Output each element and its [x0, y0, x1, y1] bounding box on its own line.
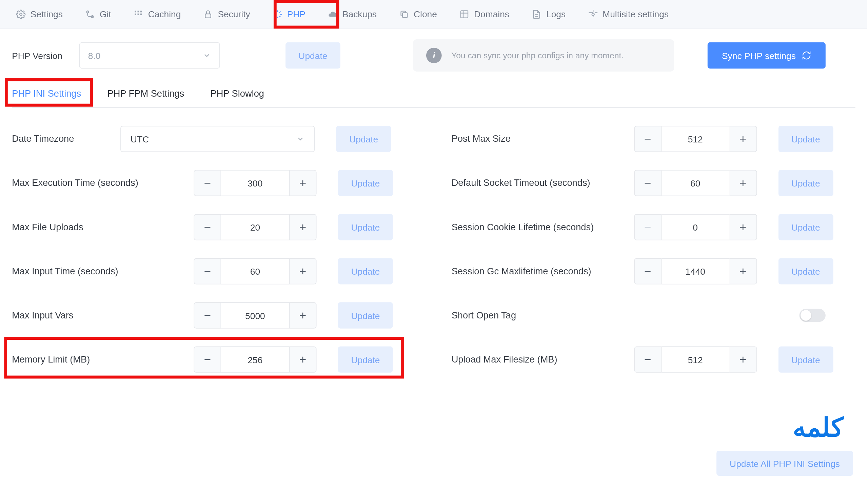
- decrement-button[interactable]: −: [194, 214, 221, 240]
- tab-label: Backups: [342, 9, 377, 19]
- update-button[interactable]: Update: [338, 346, 393, 372]
- tab-git[interactable]: Git: [74, 0, 122, 28]
- setting-label: Memory Limit (MB): [12, 354, 194, 365]
- stepper: − 256 +: [194, 346, 316, 372]
- setting-value[interactable]: 512: [662, 126, 729, 152]
- setting-value[interactable]: 5000: [221, 302, 289, 328]
- setting-value[interactable]: 60: [221, 258, 289, 284]
- increment-button[interactable]: +: [289, 302, 317, 328]
- info-text: You can sync your php configs in any mom…: [451, 51, 624, 60]
- settings-right-column: Post Max Size − 512 + Update Default Soc…: [452, 126, 855, 373]
- update-button[interactable]: Update: [778, 346, 833, 372]
- svg-rect-6: [135, 13, 137, 15]
- increment-button[interactable]: +: [289, 346, 317, 372]
- update-button[interactable]: Update: [778, 214, 833, 240]
- row-short-open-tag: Short Open Tag: [452, 302, 855, 328]
- row-session-cookie-lifetime: Session Cookie Lifetime (seconds) − 0 + …: [452, 214, 855, 240]
- tab-backups[interactable]: Backups: [317, 0, 388, 28]
- increment-button[interactable]: +: [289, 258, 317, 284]
- setting-value[interactable]: 60: [662, 170, 729, 196]
- increment-button[interactable]: +: [729, 258, 757, 284]
- stepper: − 0 +: [634, 214, 757, 240]
- date-timezone-value: UTC: [131, 134, 149, 144]
- decrement-button[interactable]: −: [634, 126, 662, 152]
- tab-logs[interactable]: Logs: [520, 0, 577, 28]
- chevron-down-icon: [202, 51, 211, 60]
- decrement-button[interactable]: −: [194, 258, 221, 284]
- increment-button[interactable]: +: [289, 170, 317, 196]
- git-icon: [85, 9, 95, 19]
- svg-rect-5: [140, 11, 142, 12]
- update-all-button[interactable]: Update All PHP INI Settings: [716, 451, 853, 476]
- stepper: − 60 +: [194, 258, 316, 284]
- top-nav: Settings Git Caching Security PHP Backup…: [0, 0, 867, 28]
- setting-value[interactable]: 0: [662, 214, 729, 240]
- update-button[interactable]: Update: [338, 170, 393, 196]
- row-default-socket-timeout: Default Socket Timeout (seconds) − 60 + …: [452, 170, 855, 196]
- php-version-update-button[interactable]: Update: [285, 42, 340, 69]
- setting-label: Upload Max Filesize (MB): [452, 354, 634, 365]
- row-max-execution-time: Max Execution Time (seconds) − 300 + Upd…: [12, 170, 416, 196]
- subtab-php-ini[interactable]: PHP INI Settings: [12, 88, 81, 107]
- date-timezone-update-button[interactable]: Update: [336, 126, 391, 152]
- date-timezone-select[interactable]: UTC: [120, 126, 315, 152]
- decrement-button[interactable]: −: [634, 170, 662, 196]
- setting-value[interactable]: 256: [221, 346, 289, 372]
- settings-grid: Date Timezone UTC Update Max Execution T…: [0, 108, 867, 373]
- increment-button[interactable]: +: [729, 126, 757, 152]
- setting-value[interactable]: 20: [221, 214, 289, 240]
- setting-value[interactable]: 300: [221, 170, 289, 196]
- svg-rect-10: [402, 13, 407, 17]
- svg-rect-9: [205, 14, 211, 18]
- php-icon: [273, 9, 282, 19]
- setting-label: Short Open Tag: [452, 310, 634, 321]
- tab-label: PHP: [287, 9, 305, 19]
- stepper: − 1440 +: [634, 258, 757, 284]
- sync-php-settings-button[interactable]: Sync PHP settings: [708, 42, 826, 69]
- update-button[interactable]: Update: [778, 258, 833, 284]
- svg-rect-11: [461, 11, 468, 18]
- gear-icon: [16, 9, 25, 19]
- tab-caching[interactable]: Caching: [122, 0, 192, 28]
- update-button[interactable]: Update: [338, 258, 393, 284]
- update-button[interactable]: Update: [338, 302, 393, 328]
- setting-value[interactable]: 1440: [662, 258, 729, 284]
- subtab-php-fpm[interactable]: PHP FPM Settings: [107, 88, 184, 107]
- tab-multisite[interactable]: Multisite settings: [577, 0, 680, 28]
- setting-value[interactable]: 512: [662, 346, 729, 372]
- header-row: PHP Version 8.0 Update i You can sync yo…: [0, 28, 867, 72]
- svg-rect-7: [138, 13, 139, 15]
- short-open-tag-toggle[interactable]: [799, 309, 825, 322]
- tab-label: Settings: [31, 9, 63, 19]
- update-button[interactable]: Update: [778, 126, 833, 152]
- decrement-button[interactable]: −: [634, 258, 662, 284]
- increment-button[interactable]: +: [729, 170, 757, 196]
- decrement-button[interactable]: −: [194, 302, 221, 328]
- decrement-button[interactable]: −: [194, 170, 221, 196]
- svg-rect-4: [138, 11, 139, 12]
- row-post-max-size: Post Max Size − 512 + Update: [452, 126, 855, 152]
- row-session-gc-maxlifetime: Session Gc Maxlifetime (seconds) − 1440 …: [452, 258, 855, 284]
- row-max-file-uploads: Max File Uploads − 20 + Update: [12, 214, 416, 240]
- row-memory-limit: Memory Limit (MB) − 256 + Update: [12, 346, 416, 372]
- increment-button[interactable]: +: [289, 214, 317, 240]
- sync-button-label: Sync PHP settings: [722, 51, 796, 61]
- tab-settings[interactable]: Settings: [5, 0, 74, 28]
- decrement-button[interactable]: −: [634, 346, 662, 372]
- chevron-down-icon: [296, 135, 305, 143]
- php-version-select[interactable]: 8.0: [79, 42, 220, 69]
- tab-label: Security: [218, 9, 250, 19]
- tab-php[interactable]: PHP: [261, 0, 317, 28]
- update-button[interactable]: Update: [778, 170, 833, 196]
- increment-button[interactable]: +: [729, 346, 757, 372]
- setting-label: Max File Uploads: [12, 222, 194, 233]
- subtab-php-slowlog[interactable]: PHP Slowlog: [210, 88, 264, 107]
- increment-button[interactable]: +: [729, 214, 757, 240]
- tab-security[interactable]: Security: [192, 0, 261, 28]
- update-button[interactable]: Update: [338, 214, 393, 240]
- tab-label: Clone: [414, 9, 437, 19]
- tab-domains[interactable]: Domains: [448, 0, 520, 28]
- tab-label: Caching: [148, 9, 181, 19]
- tab-clone[interactable]: Clone: [388, 0, 448, 28]
- decrement-button[interactable]: −: [194, 346, 221, 372]
